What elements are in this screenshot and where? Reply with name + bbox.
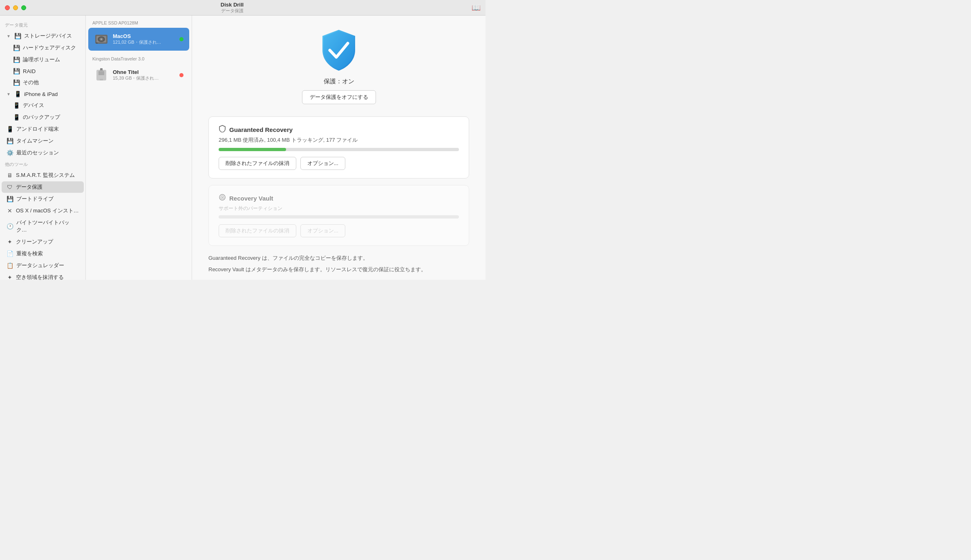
- sidebar: データ復元 ▼ 💾 ストレージデバイス 💾 ハードウェアディスク 💾 論理ボリュ…: [0, 16, 86, 280]
- ohne-status-dot: [179, 73, 183, 77]
- device-ohne-name: Ohne Titel: [113, 69, 175, 75]
- macos-disk-icon: [94, 32, 109, 47]
- protection-status: 保護：オン: [324, 78, 354, 85]
- gr-erase-button[interactable]: 削除されたファイルの抹消: [219, 157, 296, 170]
- toggle-protection-button[interactable]: データ保護をオフにする: [302, 90, 376, 104]
- rv-header: Recovery Vault: [219, 194, 459, 203]
- device-ohne-titel[interactable]: Ohne Titel 15,39 GB・保護され…: [88, 64, 189, 87]
- bd-label: ブートドライブ: [16, 195, 54, 203]
- ef-icon: ✦: [7, 274, 13, 280]
- bb-icon: 🕐: [7, 223, 13, 230]
- storage-label: ストレージデバイス: [24, 32, 72, 40]
- device-ohne-info: Ohne Titel 15,39 GB・保護され…: [113, 69, 175, 81]
- tm-label: タイムマシーン: [16, 137, 54, 145]
- sidebar-item-data-protection[interactable]: 🛡 データ保護: [2, 181, 84, 193]
- ef-label: 空き領域を抹消する: [16, 274, 64, 280]
- sh-label: データシュレッダー: [16, 262, 64, 269]
- bb-label: バイトツーバイトバック…: [16, 219, 79, 234]
- macos-status-dot: [179, 37, 183, 41]
- sidebar-item-find-duplicates[interactable]: 📄 重複を検索: [2, 248, 84, 259]
- device-macos[interactable]: MacOS 121,02 GB・保護され…: [88, 28, 189, 51]
- sidebar-item-cleanup[interactable]: ✦ クリーンアップ: [2, 236, 84, 248]
- cl-label: クリーンアップ: [16, 238, 53, 245]
- device-panel: APPLE SSD AP0128M MacOS 121,02 GB・保護され…: [86, 16, 192, 280]
- other-icon: 💾: [13, 79, 20, 86]
- footer-note-1: Guaranteed Recovery は、ファイルの完全なコピーを保存します。: [208, 254, 469, 262]
- sidebar-item-device[interactable]: 📱 デバイス: [2, 100, 84, 111]
- device-icon: 📱: [13, 102, 20, 109]
- smart-icon: 🖥: [7, 172, 13, 178]
- osx-label: OS X / macOS インスト…: [16, 207, 79, 214]
- device-label: デバイス: [23, 102, 44, 109]
- rv-icon: [219, 194, 226, 203]
- sidebar-item-android[interactable]: 📱 アンドロイド端末: [2, 123, 84, 135]
- sidebar-item-smart[interactable]: 🖥 S.M.A.R.T. 監視システム: [2, 170, 84, 181]
- section-data-recovery: データ復元: [0, 20, 85, 30]
- device-macos-detail: 121,02 GB・保護され…: [113, 39, 175, 45]
- sidebar-item-logical-volume[interactable]: 💾 論理ボリューム: [2, 54, 84, 65]
- rv-options-button[interactable]: オプション...: [300, 224, 345, 237]
- group1-label: APPLE SSD AP0128M: [86, 16, 192, 27]
- sidebar-item-backup[interactable]: 📱 のバックアップ: [2, 112, 84, 123]
- sidebar-item-other[interactable]: 💾 その他: [2, 77, 84, 88]
- lv-icon: 💾: [13, 56, 20, 63]
- section-other-tools: 他のツール: [0, 159, 85, 169]
- footer-note-2: Recovery Vault はメタデータのみを保存します。リソースレスで復元の…: [208, 265, 469, 274]
- rv-actions: 削除されたファイルの抹消 オプション...: [219, 224, 459, 237]
- android-icon: 📱: [7, 126, 13, 132]
- shield-icon: [318, 28, 359, 73]
- sidebar-item-erase-free-space[interactable]: ✦ 空き領域を抹消する: [2, 272, 84, 280]
- sidebar-item-byte-backup[interactable]: 🕐 バイトツーバイトバック…: [2, 217, 84, 236]
- hd-label: ハードウェアディスク: [23, 44, 76, 51]
- device-macos-info: MacOS 121,02 GB・保護され…: [113, 33, 175, 45]
- svg-point-4: [101, 38, 102, 40]
- sidebar-item-recent-sessions[interactable]: ⚙️ 最近のセッション: [2, 147, 84, 158]
- tm-icon: 💾: [7, 138, 13, 144]
- device-macos-name: MacOS: [113, 33, 175, 39]
- sidebar-item-osx-installer[interactable]: ✕ OS X / macOS インスト…: [2, 205, 84, 216]
- dp-icon: 🛡: [7, 184, 13, 190]
- svg-rect-10: [100, 68, 103, 70]
- fd-label: 重複を検索: [16, 250, 43, 257]
- gr-stats: 296,1 MB 使用済み, 100,4 MB トラッキング, 177 ファイル: [219, 136, 459, 144]
- iphone-icon: 📱: [14, 91, 21, 97]
- shield-section: 保護：オン データ保護をオフにする: [208, 28, 469, 104]
- titlebar-right: 📖: [471, 3, 481, 12]
- sidebar-item-hardware-disk[interactable]: 💾 ハードウェアディスク: [2, 42, 84, 54]
- svg-rect-8: [100, 79, 103, 80]
- titlebar: Disk Drill データ保護 📖: [0, 0, 486, 16]
- raid-icon: 💾: [13, 68, 20, 74]
- iphone-label: iPhone & iPad: [24, 91, 58, 97]
- rs-icon: ⚙️: [7, 149, 13, 156]
- rv-title: Recovery Vault: [229, 195, 273, 202]
- rv-sub: サポート外のパーティション: [219, 205, 459, 212]
- app-title: Disk Drill: [221, 2, 244, 8]
- sidebar-item-storage-devices[interactable]: ▼ 💾 ストレージデバイス: [2, 30, 84, 42]
- osx-icon: ✕: [7, 207, 13, 214]
- main-content: データ復元 ▼ 💾 ストレージデバイス 💾 ハードウェアディスク 💾 論理ボリュ…: [0, 16, 486, 280]
- group2-label: Kingston DataTraveler 3.0: [86, 51, 192, 63]
- storage-icon: 💾: [14, 33, 21, 39]
- sidebar-item-shredder[interactable]: 📋 データシュレッダー: [2, 260, 84, 271]
- rv-erase-button[interactable]: 削除されたファイルの抹消: [219, 224, 296, 237]
- rs-label: 最近のセッション: [16, 149, 59, 156]
- gr-icon: [219, 125, 226, 134]
- cl-icon: ✦: [7, 239, 13, 245]
- gr-header: Guaranteed Recovery: [219, 125, 459, 134]
- caret-icon: ▼: [7, 34, 11, 38]
- sidebar-item-time-machine[interactable]: 💾 タイムマシーン: [2, 135, 84, 147]
- sidebar-item-raid[interactable]: 💾 RAID: [2, 66, 84, 76]
- fd-icon: 📄: [7, 250, 13, 257]
- android-label: アンドロイド端末: [16, 125, 59, 133]
- hd-icon: 💾: [13, 45, 20, 51]
- raid-label: RAID: [23, 68, 36, 74]
- gr-options-button[interactable]: オプション...: [300, 157, 345, 170]
- sh-icon: 📋: [7, 262, 13, 269]
- recovery-vault-card: Recovery Vault サポート外のパーティション 削除されたファイルの抹…: [208, 185, 469, 246]
- sidebar-item-iphone-ipad[interactable]: ▼ 📱 iPhone & iPad: [2, 89, 84, 99]
- sidebar-item-boot-drive[interactable]: 💾 ブートドライブ: [2, 193, 84, 205]
- smart-label: S.M.A.R.T. 監視システム: [16, 172, 75, 179]
- main-panel: 保護：オン データ保護をオフにする Guaranteed Recovery 29…: [192, 16, 486, 280]
- book-icon[interactable]: 📖: [472, 3, 481, 12]
- backup-label: のバックアップ: [23, 114, 60, 121]
